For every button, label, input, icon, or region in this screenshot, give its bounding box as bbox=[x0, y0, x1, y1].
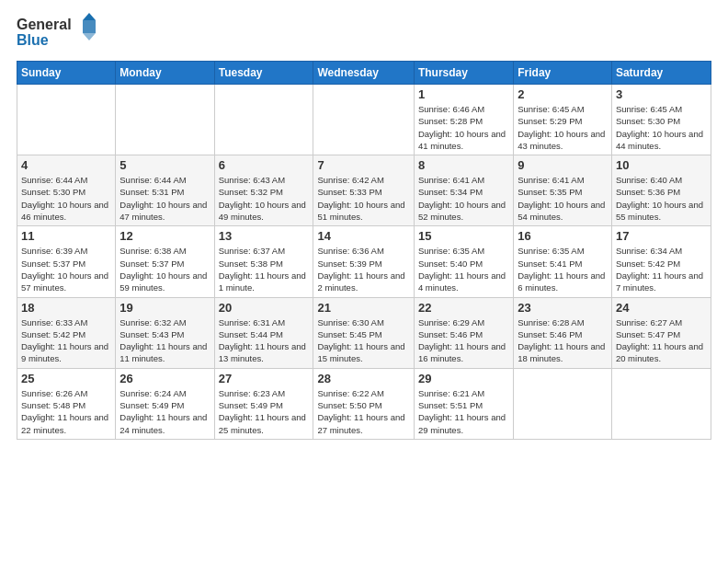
day-info: Sunrise: 6:36 AMSunset: 5:39 PMDaylight:… bbox=[317, 245, 409, 293]
calendar-cell: 9Sunrise: 6:41 AMSunset: 5:35 PMDaylight… bbox=[514, 155, 612, 226]
calendar-week-row: 18Sunrise: 6:33 AMSunset: 5:42 PMDayligh… bbox=[17, 297, 711, 368]
calendar-cell: 12Sunrise: 6:38 AMSunset: 5:37 PMDayligh… bbox=[116, 226, 214, 297]
day-number: 22 bbox=[418, 301, 509, 315]
day-number: 13 bbox=[219, 229, 310, 243]
calendar-cell: 28Sunrise: 6:22 AMSunset: 5:50 PMDayligh… bbox=[313, 368, 414, 439]
day-number: 21 bbox=[317, 301, 409, 315]
day-info: Sunrise: 6:39 AMSunset: 5:37 PMDaylight:… bbox=[21, 245, 111, 293]
calendar-cell: 13Sunrise: 6:37 AMSunset: 5:38 PMDayligh… bbox=[214, 226, 313, 297]
calendar-week-row: 1Sunrise: 6:46 AMSunset: 5:28 PMDaylight… bbox=[17, 85, 711, 155]
day-number: 20 bbox=[219, 301, 310, 315]
day-number: 29 bbox=[418, 372, 509, 385]
day-info: Sunrise: 6:41 AMSunset: 5:35 PMDaylight:… bbox=[518, 174, 608, 223]
day-number: 2 bbox=[518, 87, 608, 101]
calendar-week-row: 25Sunrise: 6:26 AMSunset: 5:48 PMDayligh… bbox=[17, 368, 711, 439]
day-info: Sunrise: 6:37 AMSunset: 5:38 PMDaylight:… bbox=[219, 245, 310, 293]
day-info: Sunrise: 6:22 AMSunset: 5:50 PMDaylight:… bbox=[317, 387, 409, 436]
calendar-cell: 26Sunrise: 6:24 AMSunset: 5:49 PMDayligh… bbox=[116, 368, 214, 439]
svg-text:General: General bbox=[17, 17, 72, 32]
day-number: 12 bbox=[119, 229, 210, 243]
calendar-cell: 19Sunrise: 6:32 AMSunset: 5:43 PMDayligh… bbox=[116, 297, 214, 368]
calendar-cell: 4Sunrise: 6:44 AMSunset: 5:30 PMDaylight… bbox=[17, 155, 116, 226]
weekday-header-thursday: Thursday bbox=[414, 62, 513, 85]
calendar-cell bbox=[514, 368, 612, 439]
day-number: 4 bbox=[21, 158, 111, 172]
day-info: Sunrise: 6:45 AMSunset: 5:30 PMDaylight:… bbox=[616, 103, 707, 152]
calendar-cell bbox=[17, 85, 116, 155]
calendar-cell: 8Sunrise: 6:41 AMSunset: 5:34 PMDaylight… bbox=[414, 155, 513, 226]
day-number: 18 bbox=[21, 301, 111, 315]
svg-marker-3 bbox=[83, 13, 96, 20]
day-number: 28 bbox=[317, 372, 409, 385]
page: General Blue SundayMondayTuesdayWednesda… bbox=[0, 0, 728, 563]
calendar-cell: 3Sunrise: 6:45 AMSunset: 5:30 PMDaylight… bbox=[611, 85, 711, 155]
svg-marker-4 bbox=[83, 33, 96, 40]
calendar-cell: 5Sunrise: 6:44 AMSunset: 5:31 PMDaylight… bbox=[116, 155, 214, 226]
calendar-cell: 14Sunrise: 6:36 AMSunset: 5:39 PMDayligh… bbox=[313, 226, 414, 297]
calendar-cell: 7Sunrise: 6:42 AMSunset: 5:33 PMDaylight… bbox=[313, 155, 414, 226]
calendar-cell: 15Sunrise: 6:35 AMSunset: 5:40 PMDayligh… bbox=[414, 226, 513, 297]
calendar-cell bbox=[214, 85, 313, 155]
day-number: 3 bbox=[616, 87, 707, 101]
calendar-cell: 16Sunrise: 6:35 AMSunset: 5:41 PMDayligh… bbox=[514, 226, 612, 297]
day-info: Sunrise: 6:43 AMSunset: 5:32 PMDaylight:… bbox=[219, 174, 310, 223]
day-info: Sunrise: 6:44 AMSunset: 5:30 PMDaylight:… bbox=[21, 174, 111, 223]
calendar-cell: 11Sunrise: 6:39 AMSunset: 5:37 PMDayligh… bbox=[17, 226, 116, 297]
day-info: Sunrise: 6:23 AMSunset: 5:49 PMDaylight:… bbox=[219, 387, 310, 436]
calendar-cell: 6Sunrise: 6:43 AMSunset: 5:32 PMDaylight… bbox=[214, 155, 313, 226]
calendar-cell: 17Sunrise: 6:34 AMSunset: 5:42 PMDayligh… bbox=[611, 226, 711, 297]
calendar-table: SundayMondayTuesdayWednesdayThursdayFrid… bbox=[17, 61, 711, 440]
day-info: Sunrise: 6:26 AMSunset: 5:48 PMDaylight:… bbox=[21, 387, 111, 436]
day-info: Sunrise: 6:40 AMSunset: 5:36 PMDaylight:… bbox=[616, 174, 707, 223]
header: General Blue bbox=[17, 9, 711, 55]
day-number: 5 bbox=[119, 158, 210, 172]
day-number: 15 bbox=[418, 229, 509, 243]
day-info: Sunrise: 6:42 AMSunset: 5:33 PMDaylight:… bbox=[317, 174, 409, 223]
logo: General Blue bbox=[17, 13, 99, 55]
day-info: Sunrise: 6:45 AMSunset: 5:29 PMDaylight:… bbox=[518, 103, 608, 152]
calendar-cell: 2Sunrise: 6:45 AMSunset: 5:29 PMDaylight… bbox=[514, 85, 612, 155]
day-number: 1 bbox=[418, 87, 509, 101]
calendar-cell bbox=[313, 85, 414, 155]
day-number: 9 bbox=[518, 158, 608, 172]
calendar-cell: 20Sunrise: 6:31 AMSunset: 5:44 PMDayligh… bbox=[214, 297, 313, 368]
day-number: 17 bbox=[616, 229, 707, 243]
weekday-header-wednesday: Wednesday bbox=[313, 62, 414, 85]
day-number: 8 bbox=[418, 158, 509, 172]
calendar-cell: 24Sunrise: 6:27 AMSunset: 5:47 PMDayligh… bbox=[611, 297, 711, 368]
calendar-cell bbox=[116, 85, 214, 155]
day-info: Sunrise: 6:29 AMSunset: 5:46 PMDaylight:… bbox=[418, 316, 509, 365]
weekday-header-row: SundayMondayTuesdayWednesdayThursdayFrid… bbox=[17, 62, 711, 85]
day-info: Sunrise: 6:35 AMSunset: 5:41 PMDaylight:… bbox=[518, 245, 608, 293]
day-number: 24 bbox=[616, 301, 707, 315]
day-number: 23 bbox=[518, 301, 608, 315]
calendar-week-row: 11Sunrise: 6:39 AMSunset: 5:37 PMDayligh… bbox=[17, 226, 711, 297]
day-info: Sunrise: 6:33 AMSunset: 5:42 PMDaylight:… bbox=[21, 316, 111, 365]
svg-marker-2 bbox=[83, 20, 96, 33]
day-number: 11 bbox=[21, 229, 111, 243]
day-number: 27 bbox=[219, 372, 310, 385]
day-info: Sunrise: 6:28 AMSunset: 5:46 PMDaylight:… bbox=[518, 316, 608, 365]
calendar-cell: 21Sunrise: 6:30 AMSunset: 5:45 PMDayligh… bbox=[313, 297, 414, 368]
calendar-cell: 18Sunrise: 6:33 AMSunset: 5:42 PMDayligh… bbox=[17, 297, 116, 368]
day-number: 26 bbox=[119, 372, 210, 385]
day-number: 6 bbox=[219, 158, 310, 172]
weekday-header-sunday: Sunday bbox=[17, 62, 116, 85]
day-info: Sunrise: 6:31 AMSunset: 5:44 PMDaylight:… bbox=[219, 316, 310, 365]
calendar-cell: 27Sunrise: 6:23 AMSunset: 5:49 PMDayligh… bbox=[214, 368, 313, 439]
weekday-header-monday: Monday bbox=[116, 62, 214, 85]
day-number: 10 bbox=[616, 158, 707, 172]
calendar-cell: 22Sunrise: 6:29 AMSunset: 5:46 PMDayligh… bbox=[414, 297, 513, 368]
calendar-cell bbox=[611, 368, 711, 439]
calendar-cell: 25Sunrise: 6:26 AMSunset: 5:48 PMDayligh… bbox=[17, 368, 116, 439]
weekday-header-friday: Friday bbox=[514, 62, 612, 85]
day-info: Sunrise: 6:46 AMSunset: 5:28 PMDaylight:… bbox=[418, 103, 509, 152]
day-number: 19 bbox=[119, 301, 210, 315]
calendar-cell: 29Sunrise: 6:21 AMSunset: 5:51 PMDayligh… bbox=[414, 368, 513, 439]
calendar-cell: 23Sunrise: 6:28 AMSunset: 5:46 PMDayligh… bbox=[514, 297, 612, 368]
day-info: Sunrise: 6:41 AMSunset: 5:34 PMDaylight:… bbox=[418, 174, 509, 223]
svg-text:Blue: Blue bbox=[17, 32, 49, 48]
day-info: Sunrise: 6:34 AMSunset: 5:42 PMDaylight:… bbox=[616, 245, 707, 293]
day-info: Sunrise: 6:32 AMSunset: 5:43 PMDaylight:… bbox=[119, 316, 210, 365]
day-info: Sunrise: 6:35 AMSunset: 5:40 PMDaylight:… bbox=[418, 245, 509, 293]
